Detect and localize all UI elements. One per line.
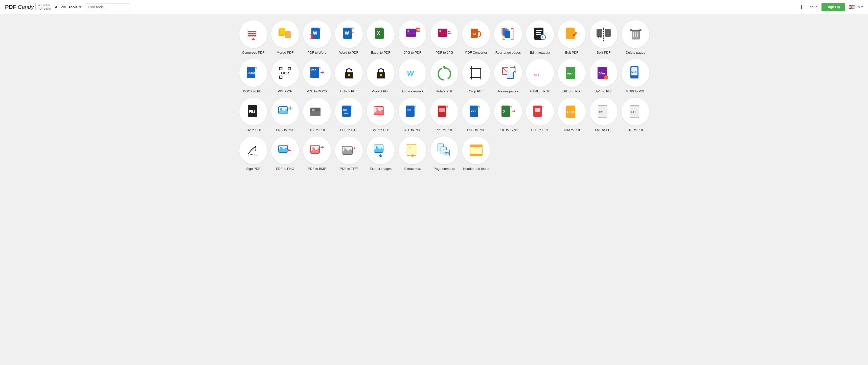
tool-item-chm-to-pdf[interactable]: CHMCHM to PDF [558,98,586,132]
tool-item-txt-to-pdf[interactable]: TXTTXT to PDF [622,98,649,132]
tool-item-edit-pdf[interactable]: Edit PDF [558,20,586,55]
tool-item-pdf-to-word[interactable]: WPDF to Word [303,20,331,55]
tool-item-crop-pdf[interactable]: Crop PDF [462,59,490,94]
svg-rect-140 [470,145,482,147]
tool-item-sign-pdf[interactable]: Sign PDF [239,136,267,171]
tool-circle-pdf-to-png [271,136,299,164]
tool-label-rearrange-pages: Rearrange pages [495,51,521,55]
svg-text:PDF: PDF [472,32,477,35]
svg-text:X: X [377,31,380,36]
tool-item-extract-text[interactable]: TExtract text [399,136,426,171]
all-tools-button[interactable]: All PDF Tools ▾ [55,5,81,9]
tool-label-pdf-to-rtf: PDF to RTF [340,128,358,132]
svg-rect-133 [407,144,416,156]
tool-item-docx-to-pdf[interactable]: DOCXDOCX to PDF [239,59,267,94]
tool-label-sign-pdf: Sign PDF [246,167,260,171]
tool-circle-pdf-to-docx: PDF [303,59,331,87]
tool-label-header-footer: Header and footer [463,167,490,171]
tool-item-pdf-to-excel[interactable]: XPDF to Excel [494,98,522,132]
svg-rect-38 [566,28,575,39]
tool-label-tiff-to-pdf: TIFF to PDF [308,128,326,132]
tool-circle-excel-to-pdf: X [367,20,395,48]
tool-label-txt-to-pdf: TXT to PDF [627,128,644,132]
svg-text:W: W [407,69,414,78]
tool-label-pdf-to-ppt: PDF to PPT [531,128,549,132]
tool-circle-bmp-to-pdf [367,98,395,125]
tool-item-ppt-to-pdf[interactable]: PPT to PDF [430,98,458,132]
logo[interactable]: PDFCandy free online PDF editor [5,4,51,10]
tool-item-pdf-to-docx[interactable]: PDFPDF to DOCX [303,59,331,94]
tool-item-odt-to-pdf[interactable]: ODTODT to PDF [462,98,490,132]
tool-item-pdf-ocr[interactable]: OCRPDF OCR [271,59,299,94]
tool-label-docx-to-pdf: DOCX to PDF [243,89,264,94]
tool-item-rtf-to-pdf[interactable]: RTFRTF to PDF [399,98,426,132]
svg-rect-9 [285,31,291,38]
tool-label-word-to-pdf: Word to PDF [339,51,359,55]
tool-item-split-pdf[interactable]: ✂Split PDF [590,20,618,55]
tool-item-pdf-to-ppt[interactable]: PDF to PPT [526,98,554,132]
tool-circle-pdf-to-tiff [335,136,363,164]
download-icon[interactable]: ⬇ [799,4,804,10]
tool-item-unlock-pdf[interactable]: Unlock PDF [335,59,363,94]
tool-item-resize-pages[interactable]: Resize pages [494,59,522,94]
tool-item-protect-pdf[interactable]: Protect PDF [367,59,395,94]
svg-rect-58 [310,67,319,78]
tool-item-epub-to-pdf[interactable]: epubEPUB to PDF [558,59,586,94]
tool-label-protect-pdf: Protect PDF [372,89,390,94]
tool-label-rotate-pdf: Rotate PDF [436,89,453,94]
tool-item-add-watermark[interactable]: WAdd watermark [399,59,426,94]
tool-item-pdf-to-tiff[interactable]: PDF to TIFF [335,136,363,171]
svg-rect-50 [638,32,638,37]
tool-item-pdf-converter[interactable]: PDFPDF Converter [462,20,490,55]
svg-rect-100 [406,106,414,117]
tool-item-png-to-pdf[interactable]: PNG to PDF [271,98,299,132]
tool-item-page-numbers[interactable]: 123Page numbers [430,136,458,171]
tool-item-pdf-to-png[interactable]: PDF to PNG [271,136,299,171]
tool-item-pdf-to-jpg[interactable]: PDF to JPG [430,20,458,55]
tool-item-extract-images[interactable]: Extract images [367,136,395,171]
language-selector[interactable]: EN ▾ [849,5,863,9]
tool-label-bmp-to-pdf: BMP to PDF [372,128,390,132]
svg-text:epub: epub [567,72,575,75]
tool-item-jpg-to-pdf[interactable]: PDFJPG to PDF [399,20,426,55]
search-input[interactable] [85,3,130,11]
tool-circle-tiff-to-pdf [303,98,331,125]
tool-item-fb2-to-pdf[interactable]: FB2FB2 to PDF [239,98,267,132]
tool-circle-merge-pdf [271,20,299,48]
tool-item-rearrange-pages[interactable]: Rearrange pages [494,20,522,55]
tool-item-pdf-to-rtf[interactable]: RTFPDF to RTF [335,98,363,132]
header: PDFCandy free online PDF editor All PDF … [0,0,868,14]
tool-item-delete-pages[interactable]: Delete pages [622,20,649,55]
tool-item-pdf-to-bmp[interactable]: PDF to BMP [303,136,331,171]
tool-circle-mobi-to-pdf: MOBI [622,59,649,87]
tool-item-xml-to-pdf[interactable]: XMLXML to PDF [590,98,618,132]
svg-rect-73 [507,72,514,79]
tool-item-tiff-to-pdf[interactable]: TIFF to PDF [303,98,331,132]
tool-item-merge-pdf[interactable]: Merge PDF [271,20,299,55]
tool-label-pdf-to-png: PDF to PNG [276,167,294,171]
tool-item-excel-to-pdf[interactable]: XExcel to PDF [367,20,395,55]
svg-text:FB2: FB2 [249,110,255,113]
signup-button[interactable]: Sign Up [822,3,845,11]
tool-item-bmp-to-pdf[interactable]: BMP to PDF [367,98,395,132]
tool-item-edit-metadata[interactable]: iEdit metadata [526,20,554,55]
tool-circle-jpg-to-pdf: PDF [399,20,426,48]
tool-circle-chm-to-pdf: CHM [558,98,586,125]
tool-item-djvu-to-pdf[interactable]: DjVu!DjVu to PDF [590,59,618,94]
tool-item-header-footer[interactable]: Header and footer [462,136,490,171]
tool-item-compress-pdf[interactable]: Compress PDF [239,20,267,55]
tool-label-xml-to-pdf: XML to PDF [595,128,613,132]
svg-text:W: W [313,31,317,36]
tool-item-html-to-pdf[interactable]: </>HTML to PDF [526,59,554,94]
tool-label-delete-pages: Delete pages [626,51,645,55]
login-button[interactable]: Log In [808,5,817,9]
tool-item-word-to-pdf[interactable]: WWord to PDF [335,20,363,55]
svg-rect-8 [280,28,285,35]
svg-rect-96 [344,113,348,114]
tool-item-rotate-pdf[interactable]: Rotate PDF [430,59,458,94]
tool-item-mobi-to-pdf[interactable]: MOBIMOBI to PDF [622,59,649,94]
svg-text:TXT: TXT [630,110,636,114]
svg-rect-31 [504,31,510,38]
tool-label-pdf-to-bmp: PDF to BMP [308,167,326,171]
svg-text:i: i [542,35,543,39]
